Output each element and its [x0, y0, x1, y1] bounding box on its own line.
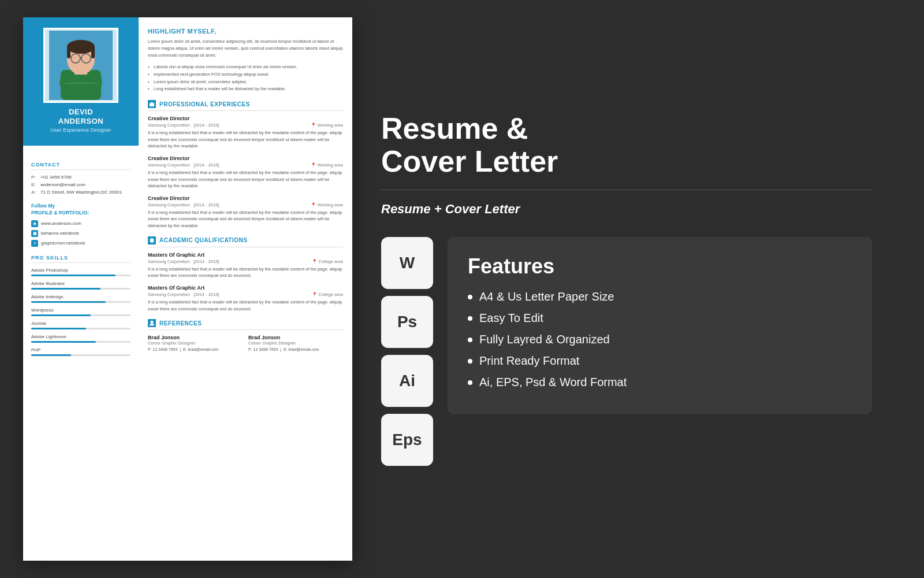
feature-item: Easy To Edit	[468, 312, 852, 325]
contact-address: A: 71 O Street, NW Washington,DC 20001	[31, 190, 131, 195]
globe-icon: ◉	[31, 220, 38, 227]
feature-text: Easy To Edit	[479, 312, 543, 325]
academic-icon	[148, 236, 156, 244]
contact-section-title: CONTACT	[31, 162, 131, 170]
graphicriver-icon: ✦	[31, 240, 38, 247]
skill-item: PHP	[31, 347, 131, 356]
software-icons-list: WPsAiEps	[381, 237, 433, 466]
highlight-item: Lorem ipsum dolor sit amet, consectetur …	[148, 79, 343, 86]
briefcase-icon	[148, 100, 156, 108]
feature-text: Ai, EPS, Psd & Word Format	[479, 376, 627, 389]
skill-item: Wordpress	[31, 307, 131, 316]
contact-email: E: anderson@email.com	[31, 182, 131, 187]
experience-item: Creative Director Samsung Corporetion [2…	[148, 155, 343, 190]
highlight-list: Laboris nisi ut aliquip exea commodo con…	[148, 64, 343, 93]
skill-item: Adobe Lightroom	[31, 334, 131, 343]
feature-item: Fully Layred & Organized	[468, 333, 852, 346]
product-subtitle: Resume + Cover Letter	[381, 202, 872, 217]
academic-list: Masters Of Graphic Art Samsung Corporeti…	[148, 252, 343, 313]
resume-main: HIGHLIGHT MYSELF, Lorem ipsum dolor sit …	[139, 17, 352, 561]
experience-section-title: PROFESSIONAL EXPERIECES	[159, 101, 250, 108]
features-list: A4 & Us Letter Paper Size Easy To Edit F…	[468, 290, 852, 389]
name-block: DEVID ANDERSON User Experience Designer	[23, 103, 139, 139]
sidebar-info: CONTACT P: +01 3456 6789 E: anderson@ema…	[23, 146, 139, 366]
bottom-row: WPsAiEps Features A4 & Us Letter Paper S…	[381, 237, 872, 466]
feature-bullet	[468, 338, 472, 342]
avatar	[43, 28, 118, 103]
skills-list: Adobe Photoshop Adobe Illustrator Adobe …	[31, 268, 131, 356]
reference-item: Brad Jonson Cenior Graphic Designer P: 1…	[148, 335, 243, 351]
sidebar-header: DEVID ANDERSON User Experience Designer	[23, 17, 139, 146]
references-section-header: REFERENCES	[148, 319, 343, 330]
feature-bullet	[468, 295, 472, 299]
feature-item: A4 & Us Letter Paper Size	[468, 290, 852, 303]
highlight-item: Long established fact that a reader will…	[148, 86, 343, 93]
resume-sidebar: DEVID ANDERSON User Experience Designer …	[23, 17, 139, 561]
photoshop-icon: Ps	[381, 296, 433, 348]
svg-point-11	[151, 321, 154, 324]
illustrator-icon: Ai	[381, 355, 433, 407]
resume-name: DEVID ANDERSON	[29, 108, 133, 125]
experience-item: Creative Director Samsung Corporetion [2…	[148, 195, 343, 229]
svg-rect-5	[67, 47, 70, 58]
info-panel: Resume & Cover Letter Resume + Cover Let…	[352, 95, 901, 483]
contact-phone: P: +01 3456 6789	[31, 175, 131, 180]
main-info-area: Resume & Cover Letter Resume + Cover Let…	[381, 112, 872, 237]
svg-rect-10	[150, 103, 154, 106]
eps-icon: Eps	[381, 414, 433, 466]
feature-item: Ai, EPS, Psd & Word Format	[468, 376, 852, 389]
references-grid: Brad Jonson Cenior Graphic Designer P: 1…	[148, 335, 343, 351]
feature-text: Print Ready Format	[479, 354, 579, 368]
resume-card: DEVID ANDERSON User Experience Designer …	[23, 17, 352, 561]
svg-point-4	[67, 40, 95, 54]
svg-rect-6	[91, 47, 95, 58]
product-title: Resume & Cover Letter	[381, 112, 872, 178]
feature-text: A4 & Us Letter Paper Size	[479, 290, 614, 303]
experiences-list: Creative Director Samsung Corporetion [2…	[148, 116, 343, 229]
highlight-item: Implemented next-generation POS technolo…	[148, 71, 343, 79]
follow-title: Follow My PROFILE & PORTFOLIO:	[31, 203, 131, 217]
feature-text: Fully Layred & Organized	[479, 333, 610, 346]
features-title: Features	[468, 254, 852, 279]
title-divider	[381, 190, 872, 190]
profile-link-website: ◉ www.anderson.com	[31, 220, 131, 227]
experience-section-header: PROFESSIONAL EXPERIECES	[148, 100, 343, 111]
skill-item: Adobe Indesign	[31, 294, 131, 303]
profile-link-behance: ▣ behance.net/devid	[31, 230, 131, 237]
skill-item: Adobe Illustrator	[31, 281, 131, 290]
academic-item: Masters Of Graphic Art Samsung Corporeti…	[148, 252, 343, 279]
academic-item: Masters Of Graphic Art Samsung Corporeti…	[148, 285, 343, 312]
skills-section-title: PRO SKILLS	[31, 255, 131, 263]
profile-link-graphicriver: ✦ graphicriver.net/devid	[31, 240, 131, 247]
highlight-text: Lorem ipsum dolor sit amet, consectetur …	[148, 38, 343, 59]
skill-item: Joomla	[31, 321, 131, 329]
highlight-item: Laboris nisi ut aliquip exea commodo con…	[148, 64, 343, 71]
reference-item: Brad Jonson Cenior Graphic Designer P: 1…	[248, 335, 343, 351]
features-panel: Features A4 & Us Letter Paper Size Easy …	[448, 237, 872, 414]
academic-section-header: ACADEMIC QUALIFICATIONS	[148, 236, 343, 247]
behance-icon: ▣	[31, 230, 38, 237]
feature-bullet	[468, 359, 472, 364]
experience-item: Creative Director Samsung Corporetion [2…	[148, 116, 343, 150]
feature-item: Print Ready Format	[468, 354, 852, 368]
references-section-title: REFERENCES	[159, 320, 202, 327]
reference-icon	[148, 319, 156, 327]
word-icon: W	[381, 237, 433, 289]
resume-job-title: User Experience Designer	[29, 127, 133, 133]
feature-bullet	[468, 316, 472, 321]
highlight-title: HIGHLIGHT MYSELF,	[148, 28, 343, 35]
skill-item: Adobe Photoshop	[31, 268, 131, 276]
feature-bullet	[468, 380, 472, 385]
academic-section-title: ACADEMIC QUALIFICATIONS	[159, 237, 247, 243]
